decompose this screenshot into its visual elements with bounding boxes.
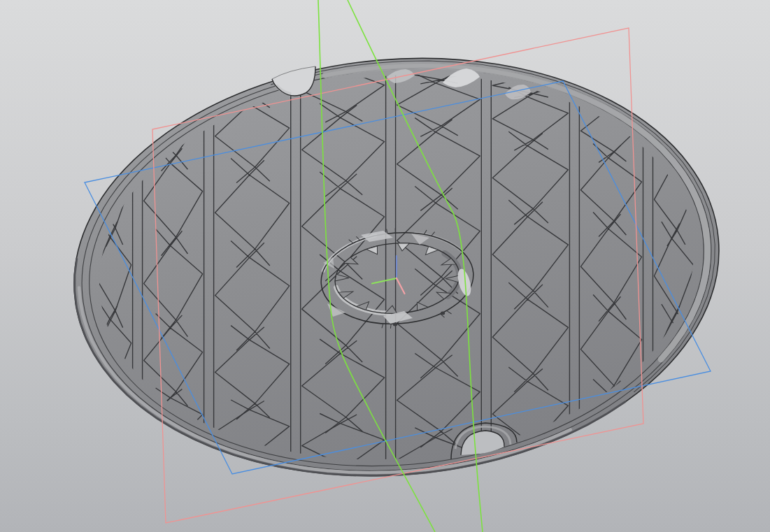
mount-hole-dot[interactable]	[441, 312, 445, 315]
cad-viewport[interactable]	[0, 0, 770, 532]
mount-hole-dot[interactable]	[393, 323, 397, 326]
cad-scene[interactable]	[0, 0, 770, 532]
